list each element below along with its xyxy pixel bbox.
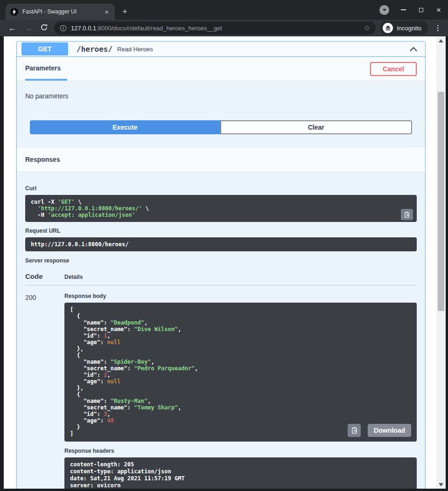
response-headers-label: Response headers [64,448,417,454]
browser-toolbar: ← → 127.0.0.1:8000/docs#/default/read_he… [0,20,448,36]
response-body-block: [ { "name": "Deadpond", "secret_name": "… [64,303,417,442]
response-headers-block: content-length: 205content-type: applica… [64,457,417,489]
arrow-down-icon [439,483,443,486]
tab-title: FastAPI - Swagger UI [22,8,99,15]
request-url-value: http://127.0.0.1:8000/heroes/ [31,241,411,248]
execute-button[interactable]: Execute [30,120,220,134]
curl-command-block: curl -X 'GET' \ 'http://127.0.0.1:8000/h… [25,195,417,222]
operation-block-get-heroes: GET /heroes/ Read Heroes Parameters Canc… [16,41,426,489]
fastapi-favicon-icon [10,8,18,16]
maximize-button[interactable] [417,6,425,14]
window-frame-bottom [0,489,448,491]
caret-down-icon [383,9,386,11]
details-column-header: Details [64,274,83,280]
execute-wrapper: Execute Clear [17,120,425,134]
browser-menu-button[interactable]: ⋮ [433,24,443,32]
incognito-label: Incognito [397,25,421,32]
back-button[interactable]: ← [7,24,18,32]
site-info-icon[interactable] [60,25,67,32]
chevron-up-icon [409,47,418,52]
response-headers-text: content-length: 205content-type: applica… [70,461,411,489]
tab-search-button[interactable] [379,5,389,15]
status-code: 200 [25,293,64,489]
tab-close-icon[interactable]: × [103,8,110,16]
operation-summary[interactable]: GET /heroes/ Read Heroes [17,41,425,57]
browser-tab[interactable]: FastAPI - Swagger UI × [6,4,115,20]
server-response-label: Server response [25,257,417,264]
responses-section-title: Responses [17,147,425,172]
collapse-operation-button[interactable] [407,45,420,54]
browser-window: FastAPI - Swagger UI × + × ← → [0,0,448,491]
copy-curl-button[interactable] [401,209,413,220]
url-text: 127.0.0.1:8000/docs#/default/read_heroes… [71,25,359,32]
parameters-header: Parameters Cancel [17,57,425,81]
curl-command-text: curl -X 'GET' \ 'http://127.0.0.1:8000/h… [31,199,411,218]
forward-button[interactable]: → [22,24,34,32]
window-close-button[interactable]: × [435,6,442,14]
request-url-label: Request URL [25,228,417,234]
no-parameters-text: No parameters [17,81,425,100]
response-row-200: 200 Response body [ { "name": "Deadpond"… [25,285,417,489]
maximize-icon [419,8,423,12]
minimize-icon [401,9,406,10]
response-table-header: Code Details [25,270,417,285]
http-method-badge: GET [21,42,68,55]
tab-parameters[interactable]: Parameters [25,57,67,81]
page-scrollbar[interactable] [436,36,446,489]
window-frame-left [0,36,4,489]
arrow-up-icon [439,39,443,42]
curl-label: Curl [25,185,417,192]
response-body-json: [ { "name": "Deadpond", "secret_name": "… [70,306,411,437]
tab-strip: FastAPI - Swagger UI × + × [0,0,448,20]
clear-button[interactable]: Clear [220,120,413,134]
request-url-block: http://127.0.0.1:8000/heroes/ [25,237,417,251]
minimize-button[interactable] [399,6,407,14]
scroll-down-button[interactable] [436,481,446,488]
clipboard-icon [351,427,358,434]
bookmark-star-icon[interactable]: ☆ [364,24,370,32]
scrollbar-thumb[interactable] [438,92,444,311]
code-column-header: Code [25,272,64,280]
swagger-page: GET /heroes/ Read Heroes Parameters Canc… [4,36,436,489]
responses-section: Curl curl -X 'GET' \ 'http://127.0.0.1:8… [17,172,425,489]
reload-icon [40,23,48,31]
copy-response-button[interactable] [348,424,361,437]
reload-button[interactable] [38,23,49,33]
address-bar[interactable]: 127.0.0.1:8000/docs#/default/read_heroes… [54,21,376,35]
response-body-label: Response body [64,293,417,299]
url-path: :8000/docs#/default/read_heroes_heroes__… [96,25,222,32]
url-host: 127.0.0.1 [71,25,96,32]
cancel-button[interactable]: Cancel [370,62,417,76]
endpoint-path: /heroes/ [77,45,112,54]
incognito-badge: Incognito [380,21,428,35]
scroll-up-button[interactable] [436,37,446,44]
clipboard-icon [404,211,410,218]
incognito-icon [385,25,392,32]
new-tab-button[interactable]: + [115,4,135,20]
endpoint-summary: Read Heroes [117,46,153,53]
window-frame-right [446,36,448,489]
download-button[interactable]: Download [368,424,411,437]
